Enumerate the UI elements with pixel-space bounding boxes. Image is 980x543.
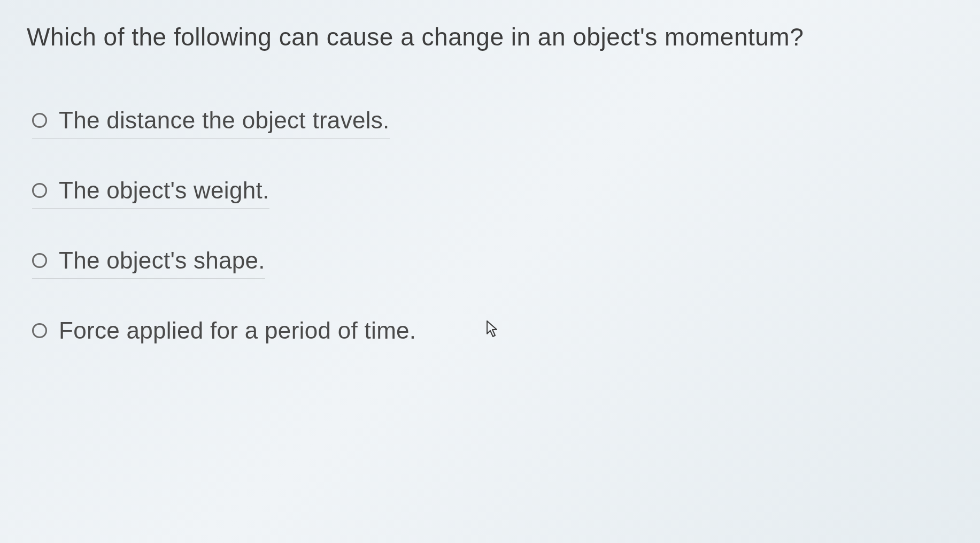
option-label: The object's shape. [59, 247, 265, 274]
radio-icon [32, 183, 47, 198]
option-label: The object's weight. [59, 177, 269, 204]
options-container: The distance the object travels. The obj… [27, 107, 953, 348]
option-label: The distance the object travels. [59, 107, 390, 134]
option-weight[interactable]: The object's weight. [32, 177, 269, 209]
option-label: Force applied for a period of time. [59, 317, 416, 344]
radio-icon [32, 113, 47, 128]
option-distance[interactable]: The distance the object travels. [32, 107, 390, 139]
radio-icon [32, 323, 47, 338]
question-text: Which of the following can cause a chang… [27, 21, 953, 53]
option-shape[interactable]: The object's shape. [32, 247, 265, 279]
option-force[interactable]: Force applied for a period of time. [32, 317, 416, 348]
radio-icon [32, 253, 47, 268]
